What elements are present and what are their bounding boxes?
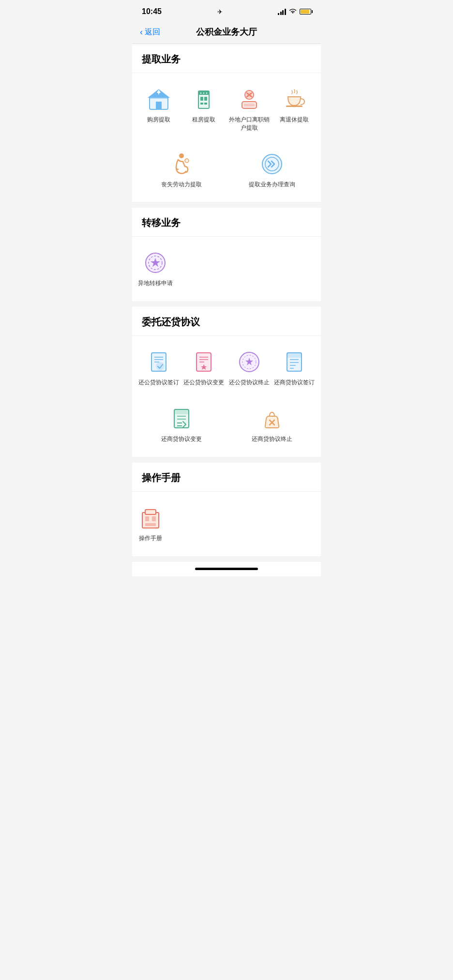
svg-rect-9 <box>204 97 207 101</box>
item-com-stop[interactable]: 还商贷协议终止 <box>226 400 317 449</box>
out-account-label: 外地户口离职销户提取 <box>228 116 270 132</box>
back-button[interactable]: ‹ 返回 <box>140 27 160 37</box>
svg-point-24 <box>179 153 184 158</box>
svg-rect-60 <box>145 516 149 521</box>
item-manual[interactable]: 操作手册 <box>136 499 165 548</box>
svg-rect-23 <box>286 106 302 107</box>
svg-rect-22 <box>244 104 255 106</box>
wifi-icon <box>289 8 297 15</box>
query-icon <box>259 151 285 177</box>
nav-bar: ‹ 返回 公积金业务大厅 <box>132 21 321 44</box>
svg-rect-11 <box>204 103 207 105</box>
section-loan: 委托还贷协议 还公贷协议签订 <box>132 307 321 457</box>
status-icons <box>278 8 311 15</box>
page-title: 公积金业务大厅 <box>196 26 257 38</box>
home-bar <box>195 568 258 570</box>
item-query[interactable]: 提取业务办理查询 <box>226 146 317 195</box>
svg-rect-10 <box>200 103 203 105</box>
retire-label: 离退休提取 <box>280 116 309 124</box>
item-pub-change[interactable]: 还公贷协议变更 <box>181 344 227 392</box>
disability-label: 丧失劳动力提取 <box>161 181 202 189</box>
loan-grid-bottom: 还商贷协议变更 还商贷协议终止 <box>132 400 321 457</box>
status-time: 10:45 <box>142 7 162 16</box>
com-stop-label: 还商贷协议终止 <box>252 435 292 443</box>
buy-house-icon <box>146 87 171 112</box>
withdraw-grid-top: 购房提取 租房提取 <box>132 73 321 146</box>
signal-icon <box>278 9 286 15</box>
home-indicator-area <box>132 562 321 576</box>
back-label: 返回 <box>145 27 160 37</box>
item-disability[interactable]: 丧失劳动力提取 <box>136 146 226 195</box>
retire-icon <box>282 87 307 112</box>
withdraw-grid-bottom: 丧失劳动力提取 提取业务办理查询 <box>132 146 321 202</box>
svg-rect-45 <box>287 353 302 358</box>
com-sign-label: 还商贷协议签订 <box>274 378 315 387</box>
section-manual-title: 操作手册 <box>132 463 321 492</box>
com-change-icon <box>169 406 194 431</box>
status-bar: 10:45 ✈ <box>132 0 321 21</box>
svg-rect-61 <box>152 516 156 521</box>
item-pub-stop[interactable]: 还公贷协议终止 <box>226 344 272 392</box>
other-city-icon <box>143 250 168 275</box>
manual-icon <box>138 505 163 530</box>
buy-house-label: 购房提取 <box>147 116 170 124</box>
query-label: 提取业务办理查询 <box>249 181 295 189</box>
svg-rect-51 <box>174 409 189 414</box>
location-icon: ✈ <box>217 8 223 15</box>
section-withdraw: 提取业务 购房提取 <box>132 44 321 202</box>
svg-rect-59 <box>145 510 156 514</box>
item-retire[interactable]: 离退休提取 <box>272 81 317 138</box>
svg-point-25 <box>185 159 189 163</box>
item-other-city[interactable]: 异地转移申请 <box>136 244 175 293</box>
section-transfer: 转移业务 异地转移申请 <box>132 208 321 301</box>
pub-change-icon <box>191 349 216 375</box>
com-sign-icon <box>282 349 307 375</box>
manual-label: 操作手册 <box>139 534 162 543</box>
pub-stop-icon <box>237 349 262 375</box>
item-rent-house[interactable]: 租房提取 <box>181 81 227 138</box>
item-pub-sign[interactable]: 还公贷协议签订 <box>136 344 181 392</box>
pub-sign-icon <box>146 349 171 375</box>
com-change-label: 还商贷协议变更 <box>161 435 202 443</box>
rent-house-label: 租房提取 <box>192 116 215 124</box>
battery-icon <box>300 9 311 15</box>
item-buy-house[interactable]: 购房提取 <box>136 81 181 138</box>
item-com-change[interactable]: 还商贷协议变更 <box>136 400 226 449</box>
section-withdraw-title: 提取业务 <box>132 44 321 73</box>
loan-grid-top: 还公贷协议签订 还公贷协议变更 <box>132 336 321 400</box>
section-transfer-title: 转移业务 <box>132 208 321 237</box>
item-out-account[interactable]: 外地户口离职销户提取 <box>226 81 272 138</box>
svg-rect-62 <box>145 523 156 526</box>
back-chevron-icon: ‹ <box>140 27 143 37</box>
other-city-label: 异地转移申请 <box>138 279 173 287</box>
pub-change-label: 还公贷协议变更 <box>183 378 224 387</box>
svg-rect-3 <box>156 102 162 109</box>
com-stop-icon <box>259 406 285 431</box>
pub-stop-label: 还公贷协议终止 <box>229 378 270 387</box>
section-loan-title: 委托还贷协议 <box>132 307 321 336</box>
rent-house-icon <box>191 87 216 112</box>
item-com-sign[interactable]: 还商贷协议签订 <box>272 344 317 392</box>
transfer-grid: 异地转移申请 <box>132 237 321 301</box>
svg-rect-8 <box>200 97 203 101</box>
out-account-icon <box>237 87 262 112</box>
section-manual: 操作手册 操作手册 <box>132 463 321 556</box>
pub-sign-label: 还公贷协议签订 <box>138 378 179 387</box>
manual-grid: 操作手册 <box>132 492 321 556</box>
disability-icon <box>169 151 194 177</box>
